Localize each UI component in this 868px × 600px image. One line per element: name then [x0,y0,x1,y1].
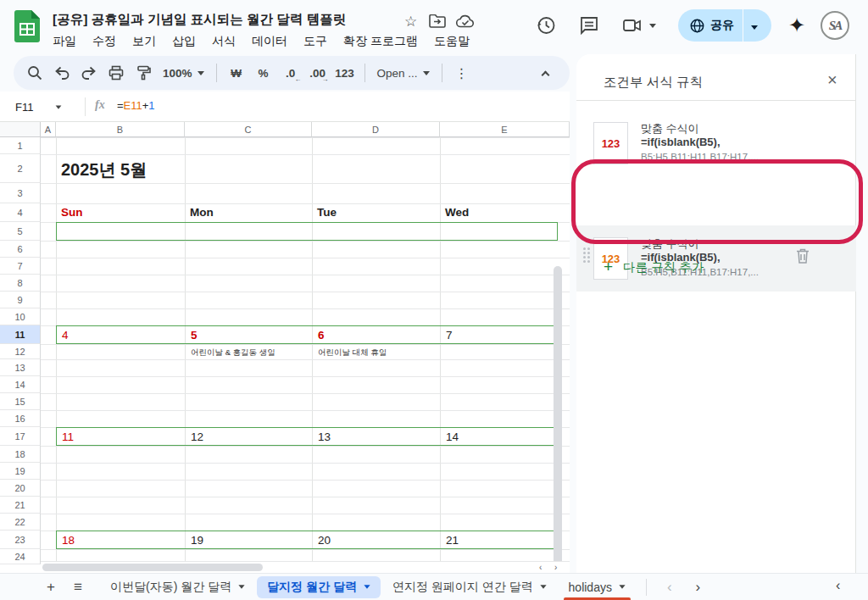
column-header-E[interactable]: E [440,122,570,137]
increase-decimal-icon[interactable]: .00→ [305,60,331,86]
menu-item-2[interactable]: 보기 [132,34,156,49]
menu-item-6[interactable]: 도구 [303,34,327,49]
formula-input[interactable]: =E11+1 [117,99,155,112]
move-folder-icon[interactable] [429,14,446,28]
close-icon[interactable]: × [827,71,837,88]
column-header-B[interactable]: B [56,122,185,137]
meet-camera-icon[interactable] [621,14,643,36]
undo-icon[interactable] [49,60,75,86]
date-cell[interactable]: 6 [318,329,325,342]
drag-handle-icon[interactable] [583,247,590,269]
date-cell[interactable]: 5 [191,329,198,342]
scroll-left-icon[interactable]: ‹ [539,563,542,572]
row-header-5[interactable]: 5 [0,222,41,241]
date-cell[interactable]: 18 [62,534,75,547]
date-cell[interactable]: 7 [446,329,453,342]
add-sheet-icon[interactable]: + [39,576,63,598]
add-rule-button[interactable]: + 다른 규칙 추가 [604,258,704,276]
menu-item-4[interactable]: 서식 [212,34,236,49]
hide-panel-icon[interactable]: ‹ [836,578,840,593]
sheet-tab-3[interactable]: 연지정 원페이지 연간 달력 [382,576,557,598]
day-header-cell-tue[interactable]: Tue [317,206,337,219]
sheet-tab-2[interactable]: 달지정 월간 달력 [257,576,381,598]
row-header-12[interactable]: 12 [0,344,41,359]
number-format-icon[interactable]: 123 [332,60,358,86]
row-header-13[interactable]: 13 [0,359,41,376]
share-dropdown-caret[interactable] [743,18,765,33]
column-header-A[interactable]: A [41,122,56,137]
cloud-saved-icon[interactable] [456,14,475,28]
date-cell[interactable]: 14 [446,431,459,443]
print-icon[interactable] [103,60,129,86]
delete-rule-icon[interactable] [795,247,810,264]
row-header-16[interactable]: 16 [0,410,41,427]
tab-scroll-left-icon[interactable]: ‹ [657,579,682,596]
holiday-note-cell[interactable]: 어린이날 & 홍길동 생일 [191,347,275,358]
sheet-tab-4[interactable]: holidays [559,576,636,598]
date-cell[interactable]: 11 [62,431,74,443]
menu-item-8[interactable]: 도움말 [434,34,470,49]
date-cell[interactable]: 13 [318,431,331,443]
row-header-20[interactable]: 20 [0,480,41,497]
sheet-tab-menu-caret[interactable] [619,585,625,589]
share-button-main[interactable]: 공유 [678,9,743,42]
spreadsheet-grid[interactable]: ABCDE 1234567891011121314151617181920212… [0,122,570,573]
date-cell[interactable]: 4 [62,329,69,342]
row-header-23[interactable]: 23 [0,531,41,549]
currency-format-icon[interactable]: ₩ [224,60,249,86]
sheets-logo-icon[interactable] [14,10,40,42]
sheet-tab-menu-caret[interactable] [364,585,370,589]
row-header-2[interactable]: 2 [0,154,41,183]
row-header-8[interactable]: 8 [0,275,41,292]
vertical-scrollbar[interactable] [554,266,562,573]
row-header-22[interactable]: 22 [0,514,41,531]
meet-dropdown-caret[interactable] [649,24,656,28]
row-header-7[interactable]: 7 [0,258,41,275]
row-header-9[interactable]: 9 [0,292,41,308]
column-header-D[interactable]: D [312,122,440,137]
row-header-19[interactable]: 19 [0,463,41,480]
document-title[interactable]: [공유] 공휴일과 기념일 표시되는 월간 달력 템플릿 [53,11,346,29]
name-box[interactable]: F11 [8,92,81,122]
day-header-cell-sun[interactable]: Sun [61,206,83,219]
row-header-10[interactable]: 10 [0,308,41,325]
row-header-17[interactable]: 17 [0,427,41,446]
horizontal-scrollbar[interactable] [42,564,263,571]
star-icon[interactable]: ☆ [404,13,417,31]
row-header-6[interactable]: 6 [0,241,41,258]
menu-item-3[interactable]: 삽입 [172,34,196,49]
share-button[interactable]: 공유 [678,9,771,42]
row-header-18[interactable]: 18 [0,446,41,463]
day-header-cell-mon[interactable]: Mon [190,206,214,219]
row-header-3[interactable]: 3 [0,183,41,203]
row-header-11[interactable]: 11 [0,325,41,344]
holiday-note-cell[interactable]: 어린이날 대체 휴일 [318,347,387,358]
date-cell[interactable]: 20 [318,534,331,547]
column-header-C[interactable]: C [185,122,312,137]
zoom-select[interactable]: 100% [158,60,209,86]
menu-item-0[interactable]: 파일 [53,34,76,49]
date-cell[interactable]: 21 [446,534,459,547]
row-header-4[interactable]: 4 [0,203,41,222]
scroll-right-icon[interactable]: › [554,563,557,572]
percent-format-icon[interactable]: % [251,60,276,86]
avatar[interactable]: SA [821,11,849,40]
date-cell[interactable]: 19 [191,534,203,547]
row-header-21[interactable]: 21 [0,497,41,514]
gemini-sparkle-icon[interactable]: ✦ [788,14,805,37]
row-header-1[interactable]: 1 [0,137,41,154]
row-header-14[interactable]: 14 [0,376,41,393]
sheet-tab-menu-caret[interactable] [540,585,546,589]
menu-item-1[interactable]: 수정 [92,34,116,49]
tab-scroll-right-icon[interactable]: › [686,579,711,596]
font-select[interactable]: Open ... [372,60,435,86]
sheet-tab-menu-caret[interactable] [239,585,245,589]
paint-format-icon[interactable] [131,60,156,86]
redo-icon[interactable] [76,60,102,86]
day-header-cell-wed[interactable]: Wed [445,206,469,219]
decrease-decimal-icon[interactable]: .0← [278,60,303,86]
row-header-15[interactable]: 15 [0,393,41,410]
menu-item-5[interactable]: 데이터 [252,34,287,49]
history-icon[interactable] [535,14,557,36]
date-cell[interactable]: 12 [191,431,203,443]
